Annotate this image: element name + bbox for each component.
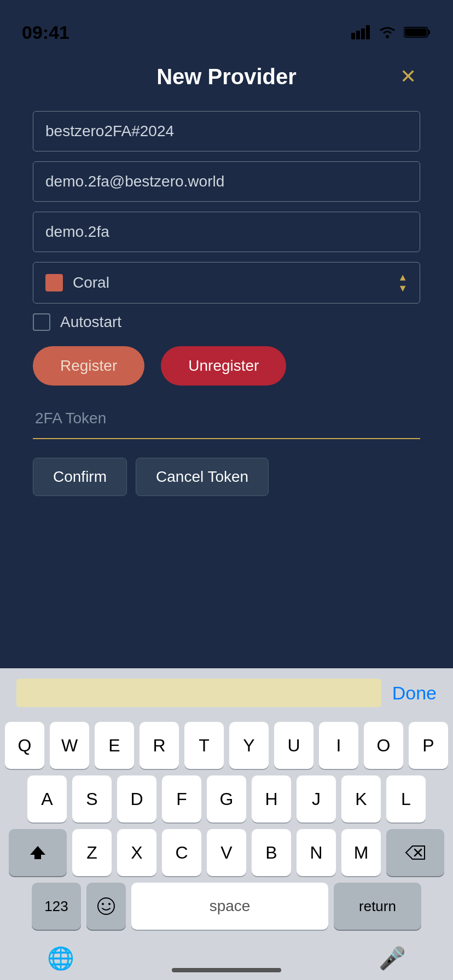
key-n[interactable]: N — [297, 829, 336, 876]
shift-key[interactable] — [9, 829, 67, 876]
svg-point-11 — [98, 898, 114, 914]
battery-icon — [404, 25, 431, 39]
svg-rect-2 — [361, 28, 365, 39]
keyboard-area: Done Q W E R T Y U I O P A S D F G H J K… — [0, 668, 453, 980]
autostart-checkbox[interactable] — [33, 313, 50, 331]
svg-rect-0 — [351, 33, 355, 39]
key-u[interactable]: U — [274, 722, 313, 769]
keyboard: Q W E R T Y U I O P A S D F G H J K L — [0, 718, 453, 980]
emoji-icon — [97, 897, 115, 915]
key-a[interactable]: A — [27, 775, 67, 822]
input-preview-bar: Done — [0, 668, 453, 718]
svg-rect-3 — [366, 25, 370, 39]
input-preview-field — [16, 679, 381, 707]
provider-name-input[interactable] — [33, 111, 420, 151]
svg-rect-7 — [405, 28, 427, 36]
color-dropdown[interactable]: Coral ▲ ▼ — [33, 262, 420, 304]
provider-email-input[interactable] — [33, 161, 420, 202]
home-indicator — [172, 968, 281, 972]
svg-point-13 — [108, 903, 111, 905]
key-q[interactable]: Q — [5, 722, 44, 769]
key-s[interactable]: S — [72, 775, 112, 822]
signal-icon — [351, 25, 371, 39]
key-k[interactable]: K — [341, 775, 381, 822]
close-icon: ✕ — [400, 67, 416, 86]
key-h[interactable]: H — [252, 775, 291, 822]
modal-area: New Provider ✕ Coral ▲ ▼ Autostart — [0, 48, 453, 540]
autostart-row: Autostart — [33, 313, 420, 331]
key-f[interactable]: F — [162, 775, 201, 822]
svg-rect-6 — [428, 30, 430, 34]
color-swatch — [45, 274, 63, 291]
return-key[interactable]: return — [334, 883, 421, 930]
globe-icon[interactable]: 🌐 — [47, 946, 74, 971]
key-v[interactable]: V — [207, 829, 246, 876]
cancel-token-button[interactable]: Cancel Token — [136, 458, 269, 496]
close-button[interactable]: ✕ — [396, 65, 420, 89]
svg-rect-1 — [356, 31, 360, 39]
unregister-button[interactable]: Unregister — [161, 346, 286, 386]
token-buttons: Confirm Cancel Token — [33, 458, 420, 496]
microphone-icon[interactable]: 🎤 — [379, 946, 406, 971]
action-buttons: Register Unregister — [33, 346, 420, 386]
confirm-button[interactable]: Confirm — [33, 458, 127, 496]
keyboard-row-3: Z X C V B N M — [3, 829, 450, 876]
key-i[interactable]: I — [319, 722, 358, 769]
token-input-wrapper — [33, 399, 420, 439]
twofa-token-input[interactable] — [33, 404, 420, 433]
keyboard-row-1: Q W E R T Y U I O P — [3, 722, 450, 769]
svg-point-12 — [102, 903, 104, 905]
autostart-label: Autostart — [60, 313, 121, 331]
delete-key[interactable] — [386, 829, 444, 876]
key-w[interactable]: W — [50, 722, 89, 769]
key-p[interactable]: P — [409, 722, 448, 769]
status-time: 09:41 — [22, 22, 69, 43]
dropdown-arrows-icon: ▲ ▼ — [398, 272, 408, 293]
key-g[interactable]: G — [207, 775, 246, 822]
svg-point-4 — [386, 35, 389, 38]
emoji-key[interactable] — [86, 883, 126, 930]
status-icons — [351, 25, 431, 39]
svg-marker-8 — [30, 846, 45, 859]
key-t[interactable]: T — [184, 722, 224, 769]
key-y[interactable]: Y — [229, 722, 269, 769]
key-c[interactable]: C — [162, 829, 201, 876]
space-key[interactable]: space — [131, 883, 328, 930]
numbers-key[interactable]: 123 — [32, 883, 81, 930]
key-m[interactable]: M — [341, 829, 381, 876]
modal-title: New Provider — [156, 65, 297, 89]
key-r[interactable]: R — [140, 722, 179, 769]
key-z[interactable]: Z — [72, 829, 112, 876]
wifi-icon — [378, 25, 397, 39]
modal-header: New Provider ✕ — [33, 65, 420, 89]
register-button[interactable]: Register — [33, 346, 144, 386]
color-dropdown-left: Coral — [45, 274, 109, 291]
key-o[interactable]: O — [364, 722, 403, 769]
color-dropdown-label: Coral — [73, 274, 109, 291]
done-button[interactable]: Done — [392, 682, 437, 704]
status-bar: 09:41 — [0, 0, 453, 48]
form-section: Coral ▲ ▼ Autostart Register Unregister … — [33, 111, 420, 496]
key-b[interactable]: B — [252, 829, 291, 876]
key-d[interactable]: D — [117, 775, 156, 822]
key-l[interactable]: L — [386, 775, 426, 822]
provider-username-input[interactable] — [33, 212, 420, 252]
delete-icon — [405, 845, 426, 860]
key-e[interactable]: E — [95, 722, 134, 769]
keyboard-row-4: 123 space return — [3, 883, 450, 930]
keyboard-row-2: A S D F G H J K L — [3, 775, 450, 822]
shift-icon — [29, 844, 47, 861]
key-j[interactable]: J — [297, 775, 336, 822]
key-x[interactable]: X — [117, 829, 156, 876]
bottom-bar: 🌐 🎤 — [3, 936, 450, 980]
